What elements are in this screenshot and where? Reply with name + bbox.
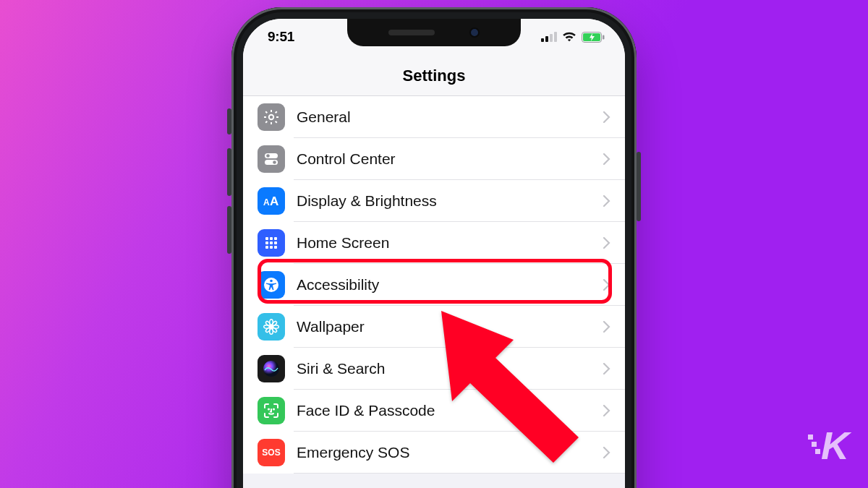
chevron-right-icon (603, 111, 610, 123)
settings-row-label: Home Screen (297, 234, 603, 252)
chevron-right-icon (603, 363, 610, 374)
chevron-right-icon (603, 153, 610, 165)
svg-point-7 (269, 115, 273, 119)
settings-row-label: General (297, 108, 603, 126)
chevron-right-icon (603, 279, 610, 291)
svg-rect-0 (541, 38, 544, 42)
phone-frame: 9:51 (231, 7, 637, 488)
svg-rect-5 (603, 35, 605, 39)
svg-point-24 (270, 280, 273, 283)
svg-rect-22 (274, 246, 277, 249)
cellular-signal-icon (541, 32, 557, 42)
apps-grid-icon (258, 229, 285, 257)
mute-switch (227, 108, 231, 134)
status-indicators (541, 32, 605, 43)
settings-row-sos[interactable]: SOS Emergency SOS (243, 432, 625, 474)
svg-point-11 (273, 160, 276, 164)
flower-icon (258, 313, 285, 341)
settings-row-accessibility[interactable]: Accessibility (243, 264, 625, 306)
settings-row-faceid[interactable]: Face ID & Passcode (243, 390, 625, 432)
chevron-right-icon (603, 195, 610, 207)
chevron-right-icon (603, 321, 610, 333)
svg-point-35 (268, 408, 269, 409)
wifi-icon (562, 32, 576, 42)
svg-rect-15 (270, 237, 273, 240)
toggles-icon (258, 145, 285, 173)
settings-row-display[interactable]: A A Display & Brightness (243, 180, 625, 222)
settings-list[interactable]: General Control Center (243, 96, 625, 474)
settings-row-label: Emergency SOS (297, 444, 603, 461)
settings-row-control-center[interactable]: Control Center (243, 138, 625, 180)
volume-down-button (227, 206, 231, 254)
volume-up-button (227, 148, 231, 196)
phone-screen: 9:51 (243, 19, 625, 488)
settings-row-label: Face ID & Passcode (297, 402, 603, 419)
settings-row-general[interactable]: General (243, 96, 625, 138)
chevron-right-icon (603, 237, 610, 249)
svg-rect-18 (270, 241, 273, 244)
watermark-text: K (821, 423, 848, 468)
gear-icon (258, 103, 285, 131)
settings-row-label: Wallpaper (297, 318, 603, 335)
settings-row-label: Display & Brightness (297, 192, 603, 210)
watermark: K (808, 423, 848, 468)
svg-rect-20 (265, 246, 268, 249)
svg-rect-3 (554, 32, 557, 42)
siri-icon (258, 355, 285, 382)
text-size-icon: A A (258, 187, 285, 215)
settings-row-label: Siri & Search (297, 360, 603, 377)
settings-row-siri[interactable]: Siri & Search (243, 348, 625, 390)
front-camera (469, 27, 480, 38)
svg-point-36 (273, 408, 274, 409)
chevron-right-icon (603, 405, 610, 416)
phone-notch (347, 19, 521, 46)
page-title: Settings (243, 55, 625, 96)
svg-text:A: A (263, 197, 270, 207)
svg-rect-17 (265, 241, 268, 244)
svg-text:A: A (270, 194, 278, 208)
svg-rect-2 (550, 34, 553, 42)
svg-point-25 (270, 325, 273, 328)
svg-rect-1 (545, 36, 548, 42)
power-button (637, 152, 641, 221)
battery-charging-icon (582, 32, 605, 43)
svg-point-9 (266, 154, 270, 158)
speaker-grille (388, 30, 435, 35)
chevron-right-icon (603, 447, 610, 458)
svg-rect-21 (270, 246, 273, 249)
accessibility-icon (258, 271, 285, 299)
svg-rect-14 (265, 237, 268, 240)
status-time: 9:51 (268, 29, 294, 45)
svg-rect-16 (274, 237, 277, 240)
face-id-icon (258, 397, 285, 424)
settings-row-home-screen[interactable]: Home Screen (243, 222, 625, 264)
svg-text:SOS: SOS (262, 448, 280, 458)
settings-row-label: Control Center (297, 150, 603, 168)
settings-row-wallpaper[interactable]: Wallpaper (243, 306, 625, 348)
sos-icon: SOS (258, 439, 285, 466)
settings-row-label: Accessibility (297, 276, 603, 294)
svg-rect-19 (274, 241, 277, 244)
